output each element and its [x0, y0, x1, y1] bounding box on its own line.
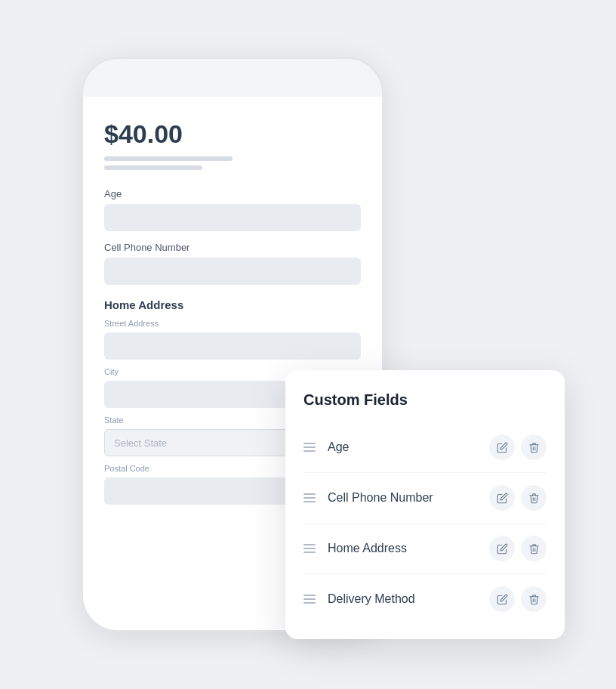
drag-handle-icon[interactable]	[303, 595, 316, 604]
trash-icon	[528, 594, 540, 605]
list-item: Home Address	[303, 524, 547, 574]
custom-fields-card: Custom Fields Age	[285, 370, 565, 639]
card-actions-age	[489, 434, 547, 460]
home-address-title: Home Address	[104, 298, 361, 311]
field-label-age: Age	[328, 440, 489, 454]
cell-phone-input[interactable]	[104, 258, 361, 285]
card-actions-cell-phone	[489, 485, 547, 511]
age-label: Age	[104, 188, 361, 199]
list-item: Age	[303, 422, 547, 473]
edit-cell-phone-button[interactable]	[489, 485, 515, 511]
drag-handle-icon[interactable]	[303, 443, 316, 452]
field-label-delivery-method: Delivery Method	[328, 592, 489, 606]
delete-age-button[interactable]	[521, 434, 547, 460]
state-placeholder: Select State	[114, 437, 167, 449]
decorative-line-2	[104, 165, 202, 170]
trash-icon	[528, 543, 540, 555]
pencil-icon	[497, 594, 508, 605]
drag-handle-icon[interactable]	[303, 544, 316, 553]
card-actions-delivery-method	[489, 586, 547, 612]
list-item: Cell Phone Number	[303, 473, 547, 524]
list-item: Delivery Method	[303, 574, 547, 624]
drag-handle-icon[interactable]	[303, 493, 316, 502]
street-address-input[interactable]	[104, 332, 361, 360]
street-address-label: Street Address	[104, 319, 361, 328]
pencil-icon	[497, 543, 508, 555]
edit-home-address-button[interactable]	[489, 536, 515, 561]
pencil-icon	[497, 493, 508, 504]
trash-icon	[528, 493, 540, 504]
field-label-cell-phone: Cell Phone Number	[328, 491, 489, 505]
age-input[interactable]	[104, 204, 361, 231]
cell-phone-label: Cell Phone Number	[104, 242, 361, 253]
phone-notch	[187, 59, 278, 80]
pencil-icon	[497, 442, 508, 453]
price-display: $40.00	[104, 119, 361, 149]
delete-cell-phone-button[interactable]	[521, 485, 547, 511]
card-actions-home-address	[489, 536, 547, 561]
scene: $40.00 Age Cell Phone Number Home Addres…	[51, 35, 565, 654]
edit-age-button[interactable]	[489, 434, 515, 460]
trash-icon	[528, 442, 540, 453]
card-title: Custom Fields	[303, 391, 547, 409]
delete-home-address-button[interactable]	[521, 536, 547, 561]
decorative-line-1	[104, 156, 233, 161]
delete-delivery-method-button[interactable]	[521, 586, 547, 612]
edit-delivery-method-button[interactable]	[489, 586, 515, 612]
field-label-home-address: Home Address	[328, 542, 489, 555]
